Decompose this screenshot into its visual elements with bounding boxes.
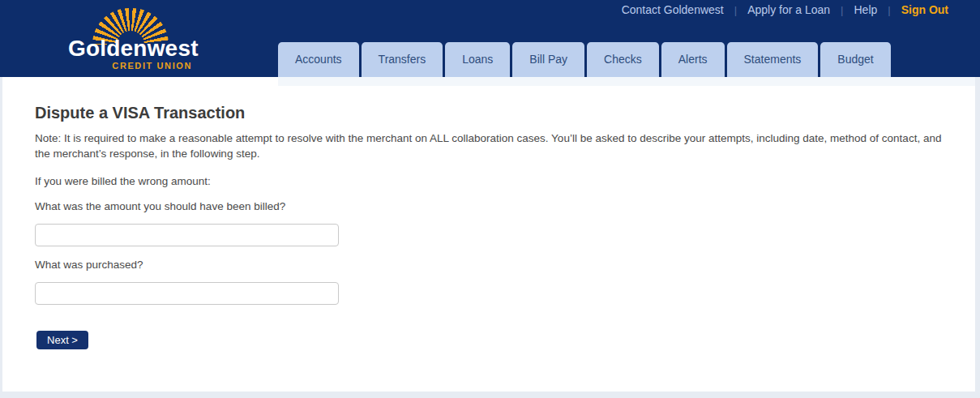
section-label: If you were billed the wrong amount: bbox=[35, 175, 943, 187]
tab-accounts[interactable]: Accounts bbox=[278, 42, 359, 77]
link-divider: | bbox=[888, 4, 890, 16]
apply-for-loan-link[interactable]: Apply for a Loan bbox=[747, 3, 830, 16]
tab-statements[interactable]: Statements bbox=[727, 42, 819, 77]
purchased-input[interactable] bbox=[35, 282, 339, 305]
utility-links: Contact Goldenwest | Apply for a Loan | … bbox=[622, 3, 948, 16]
note-text: Note: It is required to make a reasonabl… bbox=[35, 131, 943, 161]
purchased-field-label: What was purchased? bbox=[35, 259, 943, 271]
subnav-strip bbox=[278, 77, 975, 86]
goldenwest-logo[interactable]: Goldenwest CREDIT UNION bbox=[68, 8, 193, 71]
tab-bill-pay[interactable]: Bill Pay bbox=[512, 42, 584, 77]
tab-loans[interactable]: Loans bbox=[445, 42, 510, 77]
tab-budget[interactable]: Budget bbox=[820, 42, 890, 77]
amount-input[interactable] bbox=[35, 224, 339, 246]
content-panel: Dispute a VISA Transaction Note: It is r… bbox=[2, 77, 975, 392]
next-button[interactable]: Next > bbox=[36, 331, 88, 349]
main-nav: Accounts Transfers Loans Bill Pay Checks… bbox=[278, 42, 893, 77]
tab-alerts[interactable]: Alerts bbox=[661, 42, 725, 77]
amount-field-label: What was the amount you should have been… bbox=[35, 200, 943, 212]
tab-checks[interactable]: Checks bbox=[587, 42, 659, 77]
help-link[interactable]: Help bbox=[854, 3, 877, 16]
tab-transfers[interactable]: Transfers bbox=[362, 42, 443, 77]
link-divider: | bbox=[734, 4, 737, 16]
contact-goldenwest-link[interactable]: Contact Goldenwest bbox=[622, 3, 724, 16]
logo-wordmark: Goldenwest bbox=[68, 36, 193, 60]
site-header: Contact Goldenwest | Apply for a Loan | … bbox=[0, 0, 980, 77]
link-divider: | bbox=[841, 4, 843, 16]
sign-out-link[interactable]: Sign Out bbox=[901, 3, 948, 16]
logo-tagline: CREDIT UNION bbox=[68, 61, 193, 71]
